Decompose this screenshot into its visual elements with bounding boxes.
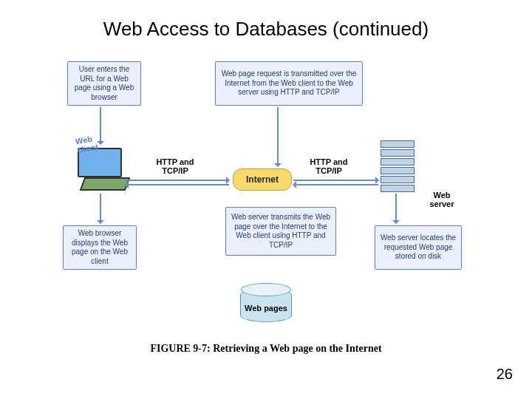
figure-caption: FIGURE 9-7: Retrieving a Web page on the… [0, 343, 532, 355]
arrow-client-to-box4 [100, 194, 101, 223]
page-number: 26 [497, 366, 513, 383]
web-server-icon [381, 140, 415, 194]
figure-diagram: User enters the URL for a Web page using… [55, 59, 469, 325]
arrow-client-to-internet [126, 180, 229, 181]
web-server-label: Web server [423, 191, 460, 208]
protocol-label-left: HTTP and TCP/IP [149, 157, 201, 175]
callout-browser-displays: Web browser displays the Web page on the… [63, 225, 137, 270]
arrow-server-to-box5 [395, 194, 397, 223]
callout-server-locates-page: Web server locates the requested Web pag… [375, 225, 462, 270]
protocol-label-right: HTTP and TCP/IP [303, 157, 355, 175]
web-pages-label: Web pages [241, 304, 291, 313]
callout-user-enters-url: User enters the URL for a Web page using… [67, 61, 141, 106]
arrow-internet-to-client [126, 184, 229, 185]
web-client-label: Web client [75, 134, 98, 155]
arrow-box1-to-client [100, 107, 101, 144]
arrow-server-to-internet [293, 184, 378, 185]
page-title: Web Access to Databases (continued) [0, 18, 532, 41]
arrow-internet-to-server [293, 180, 378, 181]
internet-cloud-icon: Internet [233, 168, 292, 191]
callout-server-transmits: Web server transmits the Web page over t… [225, 207, 336, 256]
arrow-box2-to-internet [277, 107, 279, 166]
callout-request-transmitted: Web page request is transmitted over the… [215, 61, 363, 106]
web-pages-disk-icon: Web pages [240, 288, 292, 322]
